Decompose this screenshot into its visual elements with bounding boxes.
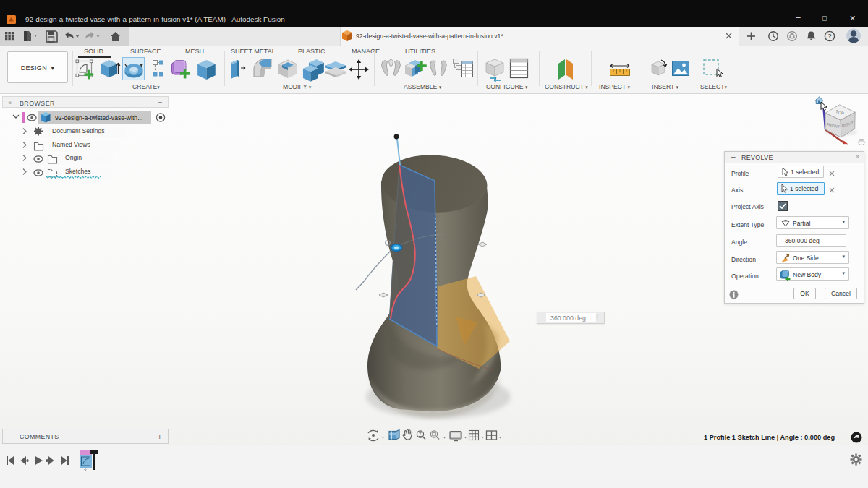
svg-text:?: ? [827, 33, 832, 40]
